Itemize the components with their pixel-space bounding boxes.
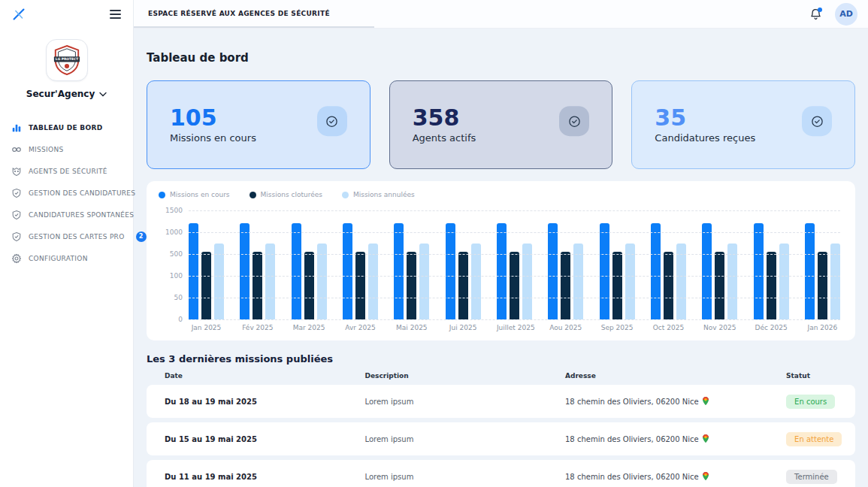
map-pin-icon[interactable]	[702, 434, 709, 445]
y-axis-tick: 1000	[159, 228, 183, 236]
sidebar-item-gestion-des-cartes-pro[interactable]: GESTION DES CARTES PRO2	[0, 228, 133, 245]
svg-text:LG PROTECT: LG PROTECT	[55, 57, 77, 61]
dashboard-content: Tableau de bord 105Missions en cours358A…	[134, 29, 868, 487]
bar-missions-cloturees	[253, 252, 262, 319]
infinity-icon	[11, 144, 22, 155]
x-axis-tick: Oct 2025	[651, 324, 686, 331]
table-row[interactable]: Du 11 au 19 mai 2025Lorem ipsum18 chemin…	[147, 460, 855, 487]
sidebar-item-gestion-des-candidatures[interactable]: GESTION DES CANDIDATURES	[0, 184, 133, 201]
bar-missions-cloturees	[561, 252, 570, 319]
bar-missions-cloturees	[510, 252, 519, 319]
sidebar-item-label: AGENTS DE SÉCURITÉ	[29, 168, 107, 175]
mission-address-text: 18 chemin des Oliviers, 06200 Nice	[565, 435, 699, 443]
shield-check-icon	[11, 187, 22, 198]
bar-missions-cloturees	[355, 252, 365, 319]
stat-cards: 105Missions en cours358Agents actifs35Ca…	[147, 80, 855, 169]
bar-chart-icon	[11, 122, 22, 133]
stat-card-agents-actifs[interactable]: 358Agents actifs	[389, 80, 613, 169]
stat-card-candidatures-recues[interactable]: 35Candidatures reçues	[631, 80, 855, 169]
missions-table-body: Du 18 au 19 mai 2025Lorem ipsum18 chemin…	[147, 385, 855, 487]
chevron-down-icon	[99, 92, 107, 97]
brand-x-logo	[11, 6, 27, 23]
bar-missions-cloturees	[715, 252, 724, 319]
x-axis-tick: Jui 2025	[446, 324, 481, 331]
page-title: Tableau de bord	[147, 51, 855, 65]
notifications-bell-icon[interactable]	[809, 8, 823, 21]
bar-missions-cloturees	[458, 252, 468, 319]
shield-agent-icon	[11, 165, 22, 177]
y-axis-tick: 1500	[159, 207, 183, 214]
legend-item-missions-annulees: Missions annulées	[342, 191, 415, 198]
sidebar-item-agents-de-securite[interactable]: AGENTS DE SÉCURITÉ	[0, 162, 133, 180]
mission-description: Lorem ipsum	[365, 435, 566, 443]
legend-item-missions-cloturees: Missions cloturées	[250, 191, 322, 198]
check-circle-icon	[802, 106, 832, 136]
mission-address: 18 chemin des Oliviers, 06200 Nice	[565, 471, 786, 482]
x-axis-tick: Nov 2025	[702, 324, 737, 331]
tab-espace-reserve[interactable]: ESPACE RÉSERVÉ AUX AGENCES DE SÉCURITÉ	[134, 0, 374, 28]
legend-dot	[159, 192, 165, 198]
missions-table-section: Les 3 dernières missions publiées Date D…	[147, 353, 855, 487]
missions-table-title: Les 3 dernières missions publiées	[147, 353, 855, 364]
column-header-date: Date	[165, 372, 365, 380]
map-pin-icon[interactable]	[702, 471, 709, 482]
mission-status-cell: Terminée	[786, 470, 855, 484]
bar-missions-en-cours	[446, 223, 455, 319]
bar-missions-en-cours	[240, 223, 250, 319]
bar-missions-cloturees	[201, 252, 211, 319]
mission-description: Lorem ipsum	[365, 473, 566, 481]
table-row[interactable]: Du 18 au 19 mai 2025Lorem ipsum18 chemin…	[147, 385, 855, 418]
y-axis-tick: 0	[159, 316, 183, 323]
y-axis-tick: 500	[159, 250, 183, 258]
bar-missions-en-cours	[548, 223, 558, 319]
bar-group-dec-2025	[754, 210, 789, 319]
sidebar-header	[0, 0, 133, 29]
user-avatar[interactable]: AD	[835, 3, 857, 26]
bar-missions-cloturees	[664, 252, 673, 319]
check-circle-icon	[559, 106, 589, 136]
bar-missions-en-cours	[394, 223, 404, 319]
x-axis-tick: Mai 2025	[394, 324, 429, 331]
sidebar-item-label: CANDIDATURES SPONTANÉES	[29, 211, 134, 219]
x-axis-tick: Jan 2025	[189, 324, 224, 331]
app-root: LG PROTECT Secur'Agency TABLEAU DE BORDM…	[0, 0, 868, 487]
bar-group-jui-2025	[446, 210, 481, 319]
mission-address-text: 18 chemin des Oliviers, 06200 Nice	[565, 473, 699, 481]
gridline	[189, 298, 840, 298]
bar-group-oct-2025	[651, 210, 686, 319]
bar-chart-x-axis: Jan 2025Fév 2025Mar 2025Avr 2025Mai 2025…	[189, 324, 840, 331]
mission-status-cell: En attente	[786, 432, 855, 446]
bar-group-jan-2026	[805, 210, 840, 319]
bar-missions-cloturees	[407, 252, 416, 319]
sidebar-item-tableau-de-bord[interactable]: TABLEAU DE BORD	[0, 119, 133, 136]
bar-missions-en-cours	[343, 223, 352, 319]
sidebar-item-label: GESTION DES CARTES PRO	[29, 233, 125, 240]
agency-name[interactable]: Secur'Agency	[26, 89, 107, 99]
stat-card-missions-en-cours[interactable]: 105Missions en cours	[147, 80, 370, 169]
gear-icon	[11, 253, 22, 264]
bar-group-mai-2025	[394, 210, 429, 319]
mission-address: 18 chemin des Oliviers, 06200 Nice	[565, 396, 786, 407]
bar-missions-en-cours	[189, 223, 198, 319]
sidebar-item-label: MISSIONS	[29, 146, 63, 153]
x-axis-tick: Aou 2025	[548, 324, 583, 331]
missions-chart-card: Missions en coursMissions cloturéesMissi…	[147, 181, 855, 340]
mission-status-cell: En cours	[786, 395, 855, 409]
bar-missions-en-cours	[702, 223, 712, 319]
bar-missions-cloturees	[304, 252, 314, 319]
sidebar-item-missions[interactable]: MISSIONS	[0, 141, 133, 158]
sidebar-item-candidatures-spontanees[interactable]: CANDIDATURES SPONTANÉES	[0, 206, 133, 223]
x-axis-tick: Déc 2025	[754, 324, 789, 331]
menu-toggle-icon[interactable]	[110, 8, 121, 21]
x-axis-tick: Sep 2025	[600, 324, 635, 331]
bar-group-jan-2025	[189, 210, 224, 319]
map-pin-icon[interactable]	[702, 396, 709, 407]
table-row[interactable]: Du 15 au 19 mai 2025Lorem ipsum18 chemin…	[147, 422, 855, 455]
bar-missions-cloturees	[818, 252, 827, 319]
x-axis-tick: Avr 2025	[343, 324, 378, 331]
column-header-status: Statut	[786, 372, 855, 380]
agency-selector[interactable]: LG PROTECT Secur'Agency	[0, 39, 133, 99]
bar-missions-en-cours	[754, 223, 764, 319]
shield-check-icon	[11, 209, 22, 220]
sidebar-item-configuration[interactable]: CONFIGURATION	[0, 250, 133, 267]
